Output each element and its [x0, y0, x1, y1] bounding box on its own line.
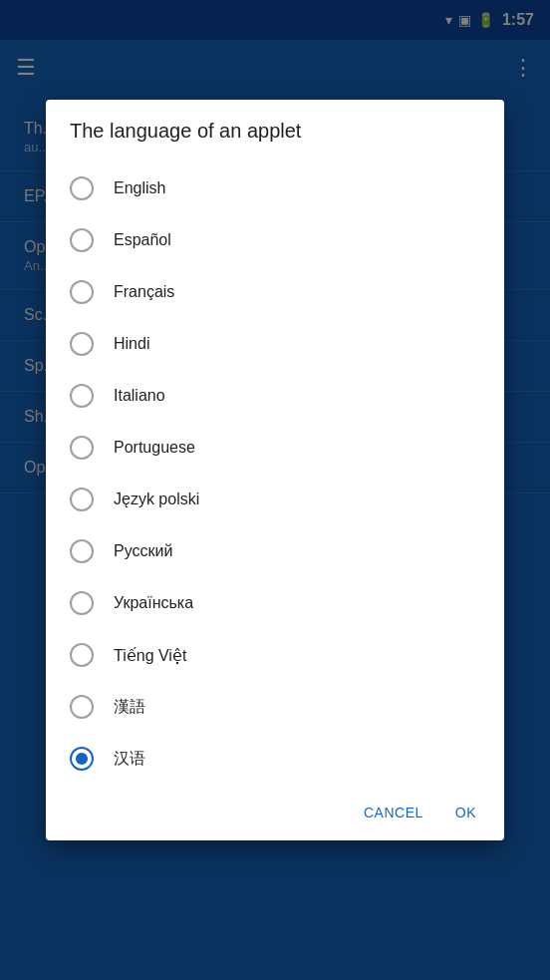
language-option-es[interactable]: Español	[46, 214, 504, 266]
language-label-fr: Français	[114, 283, 174, 301]
language-option-ru[interactable]: Русский	[46, 525, 504, 577]
language-option-uk[interactable]: Українська	[46, 577, 504, 629]
language-label-hi: Hindi	[114, 335, 149, 353]
radio-circle-en	[70, 176, 94, 200]
radio-circle-pt	[70, 436, 94, 460]
radio-circle-fr	[70, 280, 94, 304]
radio-circle-vi	[70, 643, 94, 667]
dialog-actions: CANCEL OK	[46, 789, 504, 840]
ok-button[interactable]: OK	[443, 797, 488, 828]
radio-circle-hi	[70, 332, 94, 356]
language-label-en: English	[114, 179, 165, 197]
dialog-title: The language of an applet	[46, 100, 504, 159]
language-label-ru: Русский	[114, 542, 172, 560]
radio-circle-zh-tw	[70, 695, 94, 719]
language-option-hi[interactable]: Hindi	[46, 318, 504, 370]
language-label-it: Italiano	[114, 387, 165, 405]
radio-circle-ru	[70, 539, 94, 563]
language-option-zh-tw[interactable]: 漢語	[46, 681, 504, 733]
language-list[interactable]: EnglishEspañolFrançaisHindiItalianoPortu…	[46, 159, 504, 789]
language-label-zh-tw: 漢語	[114, 697, 145, 718]
language-option-pt[interactable]: Portuguese	[46, 422, 504, 474]
language-label-pl: Język polski	[114, 490, 199, 508]
radio-circle-zh-cn	[70, 747, 94, 771]
language-option-pl[interactable]: Język polski	[46, 474, 504, 525]
radio-circle-pl	[70, 488, 94, 511]
language-label-zh-cn: 汉语	[114, 749, 145, 770]
language-label-uk: Українська	[114, 594, 193, 612]
language-label-vi: Tiếng Việt	[114, 646, 186, 665]
language-option-it[interactable]: Italiano	[46, 370, 504, 422]
radio-circle-it	[70, 384, 94, 408]
radio-circle-uk	[70, 591, 94, 615]
language-option-fr[interactable]: Français	[46, 266, 504, 318]
language-option-zh-cn[interactable]: 汉语	[46, 733, 504, 785]
radio-circle-es	[70, 228, 94, 252]
language-option-vi[interactable]: Tiếng Việt	[46, 629, 504, 681]
language-label-es: Español	[114, 231, 171, 249]
language-option-en[interactable]: English	[46, 163, 504, 214]
language-label-pt: Portuguese	[114, 439, 195, 457]
language-dialog: The language of an applet EnglishEspañol…	[46, 100, 504, 840]
cancel-button[interactable]: CANCEL	[352, 797, 435, 828]
